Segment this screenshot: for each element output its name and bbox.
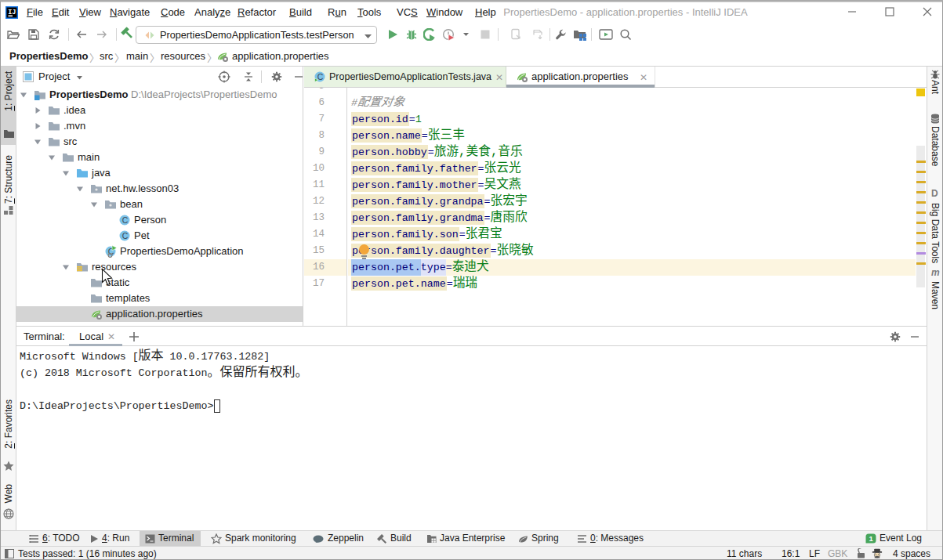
svg-text:C: C bbox=[122, 231, 129, 240]
svg-text:1: 1 bbox=[869, 534, 873, 543]
svg-text:C: C bbox=[122, 215, 129, 225]
